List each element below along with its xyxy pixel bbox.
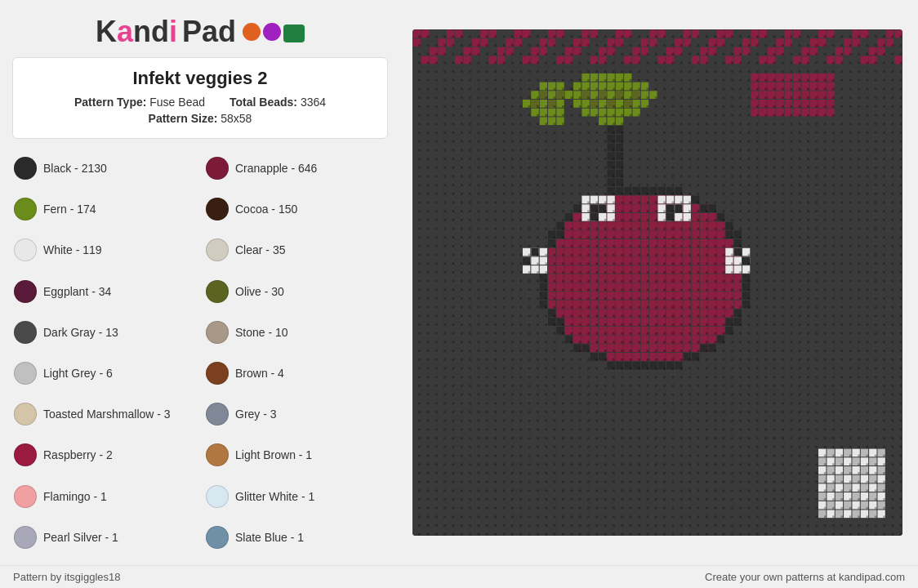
bead-item: Dark Gray - 13 xyxy=(12,313,196,352)
bead-color-circle xyxy=(206,362,229,385)
bead-color-circle xyxy=(206,321,229,344)
bead-item: Clear - 35 xyxy=(204,230,388,270)
info-row-1: Pattern Type: Fuse Bead Total Beads: 336… xyxy=(26,96,374,109)
bead-color-circle xyxy=(206,238,229,261)
bead-color-circle xyxy=(14,157,37,180)
bead-item: Light Brown - 1 xyxy=(204,435,388,474)
bead-list: Black - 2130 Cranapple - 646 Fern - 174 … xyxy=(12,149,388,557)
bead-color-circle xyxy=(14,280,37,303)
bead-color-circle xyxy=(206,157,229,180)
bead-label: Grey - 3 xyxy=(235,408,277,421)
pattern-title: Infekt veggies 2 xyxy=(26,68,374,89)
bead-label: White - 119 xyxy=(43,243,102,256)
bead-label: Glitter White - 1 xyxy=(235,490,314,503)
bead-label: Toasted Marshmallow - 3 xyxy=(43,408,171,421)
main-container: KandiPad Infekt veggies 2 Pattern Type: … xyxy=(0,0,918,565)
footer-left: Pattern by itsgiggles18 xyxy=(13,571,121,583)
bead-item: White - 119 xyxy=(12,230,196,270)
bead-item: Stone - 10 xyxy=(204,313,388,352)
logo-area: KandiPad xyxy=(12,8,388,57)
bead-color-circle xyxy=(14,526,37,549)
bead-label: Flamingo - 1 xyxy=(43,490,107,503)
bead-color-circle xyxy=(14,485,37,508)
bead-color-circle xyxy=(14,238,37,261)
bead-label: Cranapple - 646 xyxy=(235,162,317,175)
bead-color-circle xyxy=(14,403,37,425)
pixel-canvas xyxy=(412,29,902,536)
bead-item: Glitter White - 1 xyxy=(204,477,388,516)
bead-label: Brown - 4 xyxy=(235,367,284,380)
info-row-2: Pattern Size: 58x58 xyxy=(26,112,374,125)
bead-label: Light Grey - 6 xyxy=(43,367,113,380)
bead-color-circle xyxy=(14,362,37,385)
bead-label: Black - 2130 xyxy=(43,162,107,175)
pattern-type: Pattern Type: Fuse Bead xyxy=(74,96,205,109)
bead-item: Cranapple - 646 xyxy=(204,149,388,188)
bead-item: Olive - 30 xyxy=(204,272,388,311)
bead-label: Olive - 30 xyxy=(235,285,284,298)
bead-color-circle xyxy=(206,198,229,220)
pattern-size: Pattern Size: 58x58 xyxy=(149,112,252,125)
bead-color-circle xyxy=(206,485,229,508)
bead-label: Raspberry - 2 xyxy=(43,448,113,461)
bead-color-circle xyxy=(206,443,229,466)
bead-item: Eggplant - 34 xyxy=(12,272,196,311)
bead-item: Light Grey - 6 xyxy=(12,354,196,393)
left-panel: KandiPad Infekt veggies 2 Pattern Type: … xyxy=(0,0,400,565)
bead-item: Flamingo - 1 xyxy=(12,477,196,516)
right-panel xyxy=(400,0,918,565)
info-box: Infekt veggies 2 Pattern Type: Fuse Bead… xyxy=(12,57,388,139)
bead-color-circle xyxy=(14,321,37,344)
bead-label: Eggplant - 34 xyxy=(43,285,111,298)
bead-label: Slate Blue - 1 xyxy=(235,531,304,544)
bead-item: Raspberry - 2 xyxy=(12,435,196,474)
footer: Pattern by itsgiggles18 Create your own … xyxy=(0,565,918,588)
bead-item: Cocoa - 150 xyxy=(204,189,388,229)
bead-label: Dark Gray - 13 xyxy=(43,326,118,339)
bead-item: Black - 2130 xyxy=(12,149,196,188)
bead-label: Pearl Silver - 1 xyxy=(43,531,118,544)
bead-item: Slate Blue - 1 xyxy=(204,518,388,557)
bead-color-circle xyxy=(206,526,229,549)
footer-right: Create your own patterns at kandipad.com xyxy=(705,571,905,583)
bead-label: Fern - 174 xyxy=(43,203,96,216)
bead-color-circle xyxy=(206,280,229,303)
pixel-art-canvas xyxy=(412,29,902,536)
bead-label: Clear - 35 xyxy=(235,243,285,256)
bead-item: Brown - 4 xyxy=(204,354,388,393)
bead-item: Pearl Silver - 1 xyxy=(12,518,196,557)
bead-label: Stone - 10 xyxy=(235,326,288,339)
logo-icons xyxy=(243,23,305,41)
bead-item: Toasted Marshmallow - 3 xyxy=(12,394,196,434)
bead-color-circle xyxy=(14,198,37,220)
bead-color-circle xyxy=(206,403,229,425)
bead-label: Light Brown - 1 xyxy=(235,448,312,461)
bead-item: Fern - 174 xyxy=(12,189,196,229)
bead-label: Cocoa - 150 xyxy=(235,203,297,216)
bead-item: Grey - 3 xyxy=(204,394,388,434)
logo-text: KandiPad xyxy=(96,15,236,49)
total-beads: Total Beads: 3364 xyxy=(230,96,326,109)
bead-color-circle xyxy=(14,443,37,466)
